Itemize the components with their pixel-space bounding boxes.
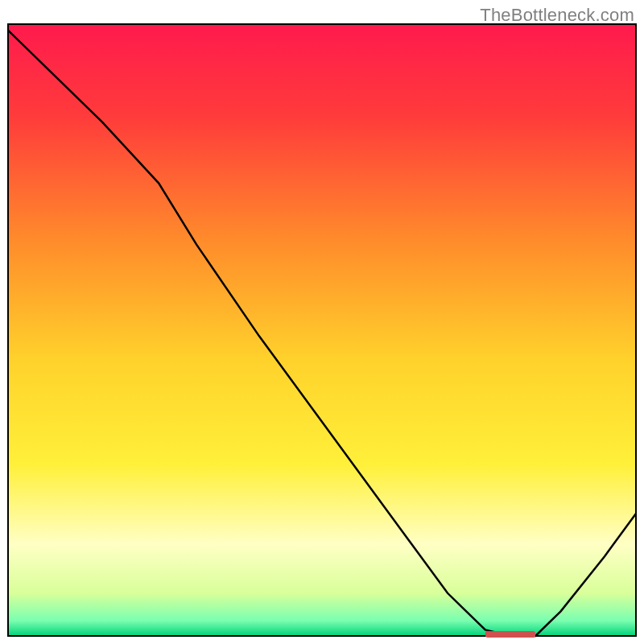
- optimum-marker: [485, 631, 535, 638]
- chart-container: TheBottleneck.com: [0, 0, 644, 644]
- bottleneck-chart: [0, 0, 644, 644]
- plot-background: [8, 24, 636, 636]
- watermark-text: TheBottleneck.com: [480, 5, 634, 26]
